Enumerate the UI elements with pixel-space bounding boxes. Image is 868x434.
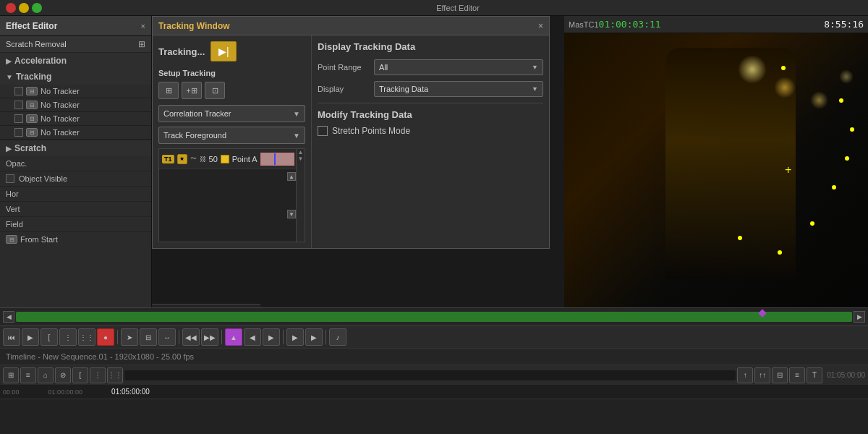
tracking-window: Tracking Window × Tracking... ▶| Setup T… <box>152 16 550 249</box>
tracker-4-checkbox[interactable] <box>14 128 23 137</box>
tracking-section: ▼ Tracking ⊟ No Tracker ⊟ No Tracker ⊟ N… <box>0 69 151 140</box>
bottom-icon-text[interactable]: T <box>807 367 822 383</box>
setup-icon-2[interactable]: +⊞ <box>182 82 202 99</box>
prev-frame-btn[interactable]: ◀ <box>244 328 261 346</box>
transport-bar: ⏮ ▶ [ ⋮ ⋮⋮ ● ➤ ⊟ ↔ ◀◀ ▶▶ ▲ ◀ ▶ ▶ ▶ ♪ <box>0 326 868 349</box>
tracker-1-checkbox[interactable] <box>14 87 23 95</box>
modify-title: Modify Tracking Data <box>318 109 543 120</box>
minimize-window-btn[interactable] <box>19 3 29 13</box>
timeline-track-bar <box>260 153 294 166</box>
tracker-row-4: ⊟ No Tracker <box>0 126 151 140</box>
play2-btn[interactable]: ▶ <box>286 328 304 346</box>
tracking-label: Tracking <box>16 72 51 82</box>
multi-split-btn[interactable]: ⋮⋮ <box>78 328 95 346</box>
object-visible-row: Object Visible <box>0 171 151 187</box>
scratch-section[interactable]: ▶ Scratch <box>0 140 151 156</box>
trim-btn[interactable]: ▲ <box>225 328 242 346</box>
point-range-caret: ▼ <box>532 64 538 71</box>
forward-arrow-btn[interactable]: ➤ <box>121 328 138 346</box>
timeline-scroll-right-btn[interactable]: ▶ <box>854 311 865 323</box>
bottom-icon-2[interactable]: ≡ <box>20 367 36 383</box>
display-label: Display <box>318 85 368 93</box>
in-mark-btn[interactable]: [ <box>41 328 58 346</box>
from-start-row: ⊟ From Start <box>0 232 151 247</box>
next-frame-btn[interactable]: ▶ <box>263 328 280 346</box>
track-dot-7 <box>778 250 782 255</box>
display-value: Tracking Data <box>379 85 428 93</box>
tracker-3-icon: ⊟ <box>26 114 38 123</box>
track-dot-6 <box>810 221 814 226</box>
effect-editor-close[interactable]: × <box>141 22 145 30</box>
bottom-icon-7[interactable]: ⋮⋮ <box>107 367 123 383</box>
bottom-icon-grid[interactable]: ⊟ <box>772 367 788 383</box>
timeline-scroll-up[interactable]: ▲ <box>287 172 296 181</box>
timeline-scroll-down[interactable]: ▼ <box>287 210 296 218</box>
tracking-chevron: ▼ <box>6 73 13 81</box>
to-start-btn[interactable]: ⏮ <box>3 328 20 346</box>
bottom-icon-3[interactable]: ⌂ <box>38 367 54 383</box>
extract-btn[interactable]: ⊟ <box>140 328 157 346</box>
setup-icon-1[interactable]: ⊞ <box>158 82 179 99</box>
ffwd-btn[interactable]: ▶▶ <box>201 328 218 346</box>
stretch-points-label: Stretch Points Mode <box>332 126 410 136</box>
ruler-mark-1: 00:00 <box>3 388 20 396</box>
tracker-2-checkbox[interactable] <box>14 101 23 109</box>
timeline-progress-bar <box>16 312 852 322</box>
tracker-3-label: No Tracker <box>41 114 80 123</box>
stretch-points-row: Stretch Points Mode <box>318 126 543 136</box>
record-btn[interactable]: ● <box>97 328 114 346</box>
tracking-section-header[interactable]: ▼ Tracking <box>0 69 151 85</box>
bottom-icon-list[interactable]: ≡ <box>789 367 805 383</box>
display-dropdown[interactable]: Tracking Data ▼ <box>374 81 543 97</box>
bottom-icon-4[interactable]: ⊘ <box>55 367 71 383</box>
setup-icon-3[interactable]: ⊡ <box>205 82 225 99</box>
acceleration-section[interactable]: ▶ Acceleration <box>0 53 151 69</box>
transport-div-2 <box>179 330 179 344</box>
play-btn[interactable]: ▶ <box>22 328 39 346</box>
timeline-color-box <box>221 155 229 163</box>
play3-btn[interactable]: ▶ <box>305 328 323 346</box>
timeline-vscroll[interactable]: ▲ ▼ <box>296 149 305 242</box>
bottom-icon-upload[interactable]: ↑ <box>737 367 753 383</box>
track-dot-4 <box>845 156 849 161</box>
track-mode-dropdown[interactable]: Track Foreground ▼ <box>158 127 305 144</box>
bottom-icon-5[interactable]: [ <box>72 367 88 383</box>
track-mode-arrow: ▼ <box>293 132 300 140</box>
tracker-1-label: No Tracker <box>41 87 80 95</box>
timeline-point-icon: ★ <box>177 154 187 164</box>
tracker-3-checkbox[interactable] <box>14 114 23 123</box>
rewind-btn[interactable]: ◀◀ <box>182 328 200 346</box>
opac-label: Opac. <box>6 159 27 168</box>
tracking-right-panel: Display Tracking Data Point Range All ▼ … <box>312 35 549 248</box>
track-dot-2 <box>839 98 843 103</box>
object-visible-checkbox[interactable] <box>6 174 14 183</box>
acceleration-label: Acceleration <box>14 56 67 66</box>
track-play-btn[interactable]: ▶| <box>210 41 237 61</box>
bottom-icon-1[interactable]: ⊞ <box>3 367 19 383</box>
stretch-points-checkbox[interactable] <box>318 126 328 136</box>
transport-div-1 <box>117 330 118 344</box>
tracking-content: Tracking... ▶| Setup Tracking ⊞ +⊞ ⊡ Cor… <box>153 35 549 248</box>
close-window-btn[interactable] <box>6 3 16 13</box>
timeline-label: Timeline - New Sequence.01 - 1920x1080 -… <box>6 352 194 361</box>
point-range-dropdown[interactable]: All ▼ <box>374 59 543 75</box>
from-start-label: From Start <box>20 235 58 244</box>
tracker-4-label: No Tracker <box>41 128 80 137</box>
tracking-window-title: Tracking Window <box>158 21 230 31</box>
scroll-down-arrow: ▼ <box>298 156 304 162</box>
bottom-icon-6[interactable]: ⋮ <box>90 367 106 383</box>
vert-label: Vert <box>6 205 20 213</box>
tracking-window-close-btn[interactable]: × <box>538 21 543 31</box>
replace-btn[interactable]: ↔ <box>158 328 176 346</box>
maximize-window-btn[interactable] <box>32 3 42 13</box>
scratch-label: Scratch <box>14 143 46 153</box>
vert-row: Vert <box>0 202 151 217</box>
timeline-scroll-left-btn[interactable]: ◀ <box>3 311 14 323</box>
bottom-icon-upload2[interactable]: ↑↑ <box>754 367 770 383</box>
tracker-type-dropdown[interactable]: Correlation Tracker ▼ <box>158 105 305 122</box>
audio-btn[interactable]: ♪ <box>329 328 346 346</box>
split-btn[interactable]: ⋮ <box>59 328 77 346</box>
timeline-point-label: Point A <box>232 155 258 163</box>
from-start-icon: ⊟ <box>6 235 17 244</box>
video-top-bar: Mas TC1 01:00:03:11 8:55:16 <box>564 16 868 33</box>
